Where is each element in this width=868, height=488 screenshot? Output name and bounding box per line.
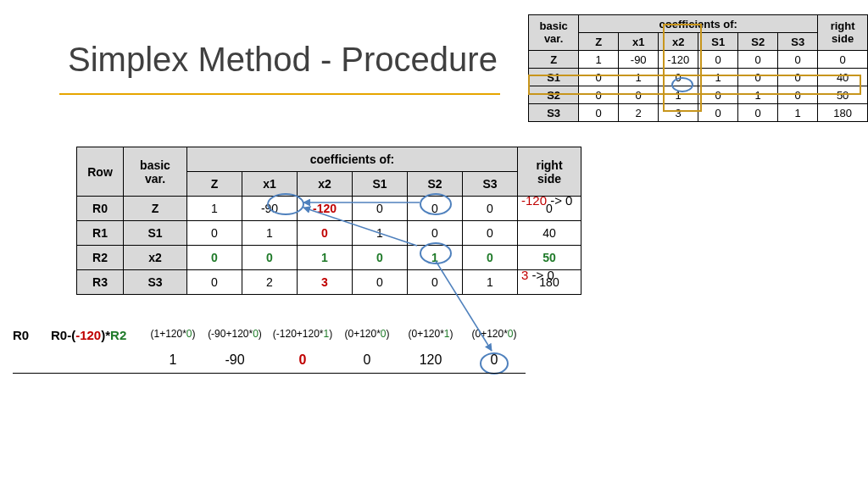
main-row-r2: R2 x2 0 0 1 0 1 0 50 [77,246,581,270]
small-row-s1: S1 0 1 0 1 0 0 40 [529,69,868,86]
main-bv-header: basic var. [124,147,187,197]
small-coeff-header: coefficients of: [579,15,818,33]
working-tableau: Row basic var. coefficients of: right si… [76,147,581,295]
annotation-r3: 3 -> 0 [521,268,554,282]
small-row-z: Z 1 -90 -120 0 0 0 0 [529,51,868,69]
initial-tableau: basic var. coefficients of: right side Z… [528,14,868,122]
small-bv-header: basic var. [529,15,579,51]
small-row-s3: S3 0 2 3 0 0 1 180 [529,104,868,122]
page-title: Simplex Method - Procedure [68,41,498,79]
annotation-r0: -120 -> 0 [521,193,572,208]
calc-row-expression: R0-(-120)*R2 [51,328,126,342]
small-row-s2: S2 0 0 1 0 1 0 50 [529,86,868,104]
calc-row-label: R0 [13,328,29,342]
main-row-r0: R0 Z 1 -90 -120 0 0 0 0 [77,197,581,221]
main-row-r3: R3 S3 0 2 3 0 0 1 180 [77,270,581,295]
main-row-r1: R1 S1 0 1 0 1 0 0 40 [77,221,581,246]
title-underline [59,93,500,95]
calc-underline [13,373,526,374]
main-coeff-header: coefficients of: [187,147,518,172]
main-rhs-header: right side [518,147,581,197]
small-col-headers: Z x1 x2 S1 S2 S3 [529,33,868,51]
main-row-header: Row [77,147,124,197]
small-rhs-header: right side [818,15,868,51]
calc-result-row: 1 -90 0 0 120 0 [144,352,524,368]
calc-term-row: (1+120*0) (-90+120*0) (-120+120*1) (0+12… [144,328,524,340]
